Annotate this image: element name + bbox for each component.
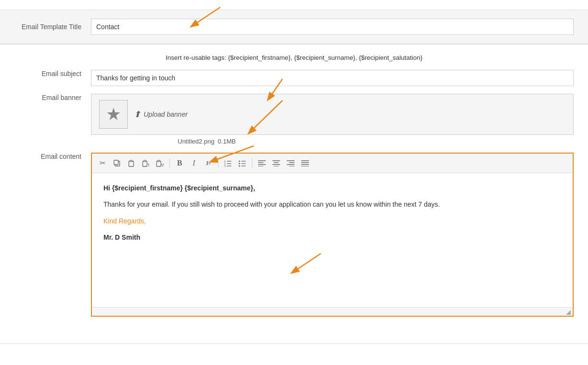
greeting-bold: Hi {$recipient_firstname} {$recipient_su… bbox=[103, 184, 255, 192]
signature-bold: Mr. D Smith bbox=[103, 233, 140, 241]
svg-text:3.: 3. bbox=[224, 165, 226, 167]
svg-rect-8 bbox=[158, 160, 160, 162]
file-info: Untitled2.png 0.1MB bbox=[178, 138, 574, 145]
cut-button[interactable]: ✂ bbox=[96, 156, 109, 170]
align-right-button[interactable] bbox=[284, 156, 297, 170]
svg-point-20 bbox=[239, 166, 240, 167]
svg-rect-7 bbox=[157, 161, 161, 166]
title-section: Email Template Title bbox=[0, 10, 588, 44]
svg-text:W: W bbox=[161, 163, 164, 167]
paste-word-icon: W bbox=[156, 159, 164, 167]
copy-button[interactable] bbox=[110, 156, 124, 170]
file-size: 0.1MB bbox=[218, 138, 236, 145]
title-input[interactable] bbox=[91, 19, 574, 35]
align-justify-icon bbox=[301, 160, 309, 166]
svg-rect-1 bbox=[114, 160, 118, 165]
paste-icon bbox=[127, 159, 135, 167]
signoff-line: Kind Regards, bbox=[103, 216, 561, 226]
email-subject-input[interactable] bbox=[91, 70, 574, 86]
align-left-button[interactable] bbox=[255, 156, 269, 170]
email-subject-label: Email subject bbox=[14, 70, 91, 77]
email-banner-row: Email banner ★ ⬆ Upload banner Untitled2… bbox=[14, 94, 574, 145]
align-justify-button[interactable] bbox=[298, 156, 312, 170]
align-center-button[interactable] bbox=[270, 156, 283, 170]
svg-rect-2 bbox=[129, 161, 134, 166]
editor-wrapper: ✂ T W bbox=[91, 153, 574, 317]
paste-text-button[interactable]: T bbox=[139, 156, 152, 170]
toolbar-sep-3 bbox=[252, 158, 252, 168]
email-content-label: Email content bbox=[14, 153, 91, 160]
title-label: Email Template Title bbox=[14, 23, 91, 31]
upload-icon: ⬆ bbox=[134, 109, 141, 120]
signature-line: Mr. D Smith bbox=[103, 232, 561, 243]
banner-area: ★ ⬆ Upload banner bbox=[91, 94, 574, 135]
toolbar-sep-2 bbox=[218, 158, 218, 168]
svg-text:T: T bbox=[147, 163, 149, 167]
banner-outer: ★ ⬆ Upload banner Untitled2.png 0.1MB bbox=[91, 94, 574, 145]
paste-word-button[interactable]: W bbox=[153, 156, 167, 170]
ordered-list-button[interactable]: 1. 2. 3. bbox=[221, 156, 235, 170]
paste-text-icon: T bbox=[142, 159, 149, 167]
file-name: Untitled2.png bbox=[178, 138, 215, 145]
remove-format-button[interactable]: Ix bbox=[202, 156, 215, 170]
align-left-icon bbox=[258, 160, 266, 166]
banner-placeholder-icon: ★ bbox=[99, 100, 128, 129]
svg-rect-5 bbox=[144, 160, 146, 162]
editor-footer bbox=[92, 307, 573, 316]
editor-toolbar: ✂ T W bbox=[92, 154, 573, 173]
align-center-icon bbox=[272, 160, 280, 166]
svg-rect-3 bbox=[130, 160, 133, 162]
svg-rect-4 bbox=[143, 161, 147, 166]
email-subject-row: Email subject bbox=[14, 70, 574, 86]
toolbar-sep-1 bbox=[170, 158, 170, 168]
paste-button[interactable] bbox=[124, 156, 138, 170]
editor-content[interactable]: Hi {$recipient_firstname} {$recipient_su… bbox=[92, 173, 573, 307]
bottom-divider bbox=[0, 343, 588, 344]
resize-handle[interactable] bbox=[566, 310, 571, 315]
unordered-list-button[interactable] bbox=[236, 156, 249, 170]
italic-button[interactable]: I bbox=[187, 156, 201, 170]
email-banner-label: Email banner bbox=[14, 94, 91, 101]
page-wrapper: Email Template Title Insert re-usable ta… bbox=[0, 0, 588, 354]
sign-off-text: Kind Regards, bbox=[103, 217, 146, 225]
svg-point-18 bbox=[239, 163, 240, 165]
align-right-icon bbox=[287, 160, 294, 166]
bold-button[interactable]: B bbox=[173, 156, 186, 170]
greeting-line: Hi {$recipient_firstname} {$recipient_su… bbox=[103, 183, 561, 193]
unordered-list-icon bbox=[238, 159, 246, 167]
main-section: Insert re-usable tags: {$recipient_first… bbox=[0, 44, 588, 334]
svg-point-16 bbox=[239, 161, 240, 162]
body-line: Thanks for your email. If you still wish… bbox=[103, 199, 561, 210]
upload-banner-button[interactable]: ⬆ Upload banner bbox=[134, 109, 188, 120]
tags-notice: Insert re-usable tags: {$recipient_first… bbox=[14, 54, 574, 61]
ordered-list-icon: 1. 2. 3. bbox=[224, 159, 232, 167]
star-icon: ★ bbox=[106, 104, 121, 124]
email-content-row: Email content ✂ T bbox=[14, 153, 574, 317]
copy-icon bbox=[113, 159, 121, 167]
upload-banner-label: Upload banner bbox=[144, 111, 188, 118]
